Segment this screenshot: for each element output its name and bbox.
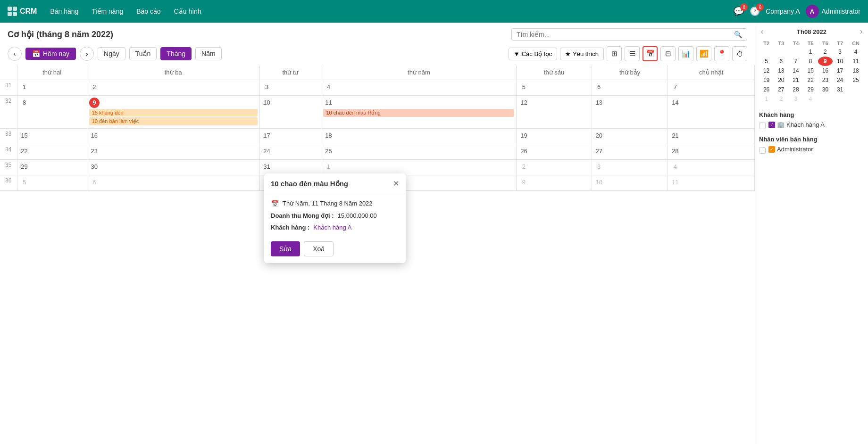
cal-day-aug2[interactable]: 2 <box>87 80 259 96</box>
cal-day-aug13[interactable]: 13 <box>592 96 668 129</box>
prev-button[interactable]: ‹ <box>8 47 22 61</box>
mini-cal-day[interactable]: 31 <box>833 85 847 94</box>
search-icon[interactable]: 🔍 <box>734 31 742 38</box>
cal-day-aug20[interactable]: 20 <box>592 129 668 144</box>
activities-icon[interactable]: 🕐 6 <box>750 6 760 16</box>
mini-cal-day[interactable]: 11 <box>847 57 864 66</box>
mini-cal-day[interactable]: 17 <box>833 66 847 75</box>
mini-cal-day[interactable]: 23 <box>818 75 833 85</box>
bar-chart-btn[interactable]: 📊 <box>678 46 693 61</box>
mini-cal-prev[interactable]: ‹ <box>761 27 763 36</box>
customer-link[interactable]: Khách hàng A <box>313 224 351 231</box>
cal-day-aug24[interactable]: 24 <box>259 144 321 160</box>
cal-day-aug7[interactable]: 7 <box>668 80 755 96</box>
cal-day-aug19[interactable]: 19 <box>517 129 592 144</box>
cal-day-aug17[interactable]: 17 <box>259 129 321 144</box>
cal-day-aug3[interactable]: 3 <box>259 80 321 96</box>
mini-cal-day[interactable]: 9 <box>818 57 833 66</box>
cal-day-aug31[interactable]: 31 <box>259 160 321 175</box>
favorite-button[interactable]: ★ Yêu thích <box>560 48 604 60</box>
cal-day-aug11[interactable]: 11 10 chao đèn màu Hồng <box>321 96 517 129</box>
cal-day-aug15[interactable]: 15 <box>17 129 87 144</box>
mini-cal-day[interactable]: 16 <box>818 66 833 75</box>
cal-day-sep4[interactable]: 4 <box>668 160 755 175</box>
event-den-ban[interactable]: 10 đèn bàn làm việc <box>89 117 258 125</box>
cal-day-aug22[interactable]: 22 <box>17 144 87 160</box>
sales-checkbox[interactable] <box>759 147 766 154</box>
mini-cal-day[interactable]: 27 <box>774 85 788 94</box>
mini-cal-day[interactable]: 3 <box>833 47 847 57</box>
list-view-btn[interactable]: ☰ <box>625 46 640 61</box>
mini-cal-day[interactable]: 21 <box>788 75 803 85</box>
next-button[interactable]: › <box>80 47 94 61</box>
cal-day-aug5[interactable]: 5 <box>517 80 592 96</box>
mini-cal-day[interactable]: 30 <box>818 85 833 94</box>
mini-cal-day[interactable]: 7 <box>788 57 803 66</box>
cal-day-sep1[interactable]: 1 <box>321 160 517 175</box>
mini-cal-day[interactable]: 8 <box>803 57 818 66</box>
event-khung-den[interactable]: 15 khung đèn <box>89 109 258 116</box>
menu-bao-cao[interactable]: Báo cáo <box>131 5 166 18</box>
view-ngay[interactable]: Ngày <box>98 47 125 60</box>
cal-day-aug8[interactable]: 8 <box>17 96 87 129</box>
mini-cal-day[interactable]: 10 <box>833 57 847 66</box>
khach-hang-a-checkbox[interactable] <box>768 122 775 128</box>
mini-cal-day[interactable]: 28 <box>788 85 803 94</box>
cal-day-aug25[interactable]: 25 <box>321 144 517 160</box>
mini-cal-day[interactable]: 5 <box>759 57 774 66</box>
cal-day-sep11[interactable]: 11 <box>668 175 755 191</box>
mini-cal-day[interactable]: 22 <box>803 75 818 85</box>
user-menu[interactable]: A Administrator <box>806 5 860 18</box>
cal-day-aug6[interactable]: 6 <box>592 80 668 96</box>
activity-btn[interactable]: ⏱ <box>732 46 747 61</box>
mini-cal-day[interactable]: 12 <box>759 66 774 75</box>
menu-ban-hang[interactable]: Bán hàng <box>44 5 84 18</box>
search-input[interactable] <box>517 31 734 38</box>
cal-day-sep9[interactable]: 9 <box>517 175 592 191</box>
mini-cal-day[interactable]: 13 <box>774 66 788 75</box>
mini-cal-day[interactable]: 2 <box>818 47 833 57</box>
mini-cal-day[interactable]: 19 <box>759 75 774 85</box>
mini-cal-day[interactable]: 18 <box>847 66 864 75</box>
mini-cal-day[interactable]: 14 <box>788 66 803 75</box>
edit-button[interactable]: Sửa <box>271 241 300 256</box>
customer-checkbox[interactable] <box>759 123 766 129</box>
cal-day-sep3[interactable]: 3 <box>592 160 668 175</box>
menu-cau-hinh[interactable]: Cấu hình <box>168 5 207 18</box>
mini-cal-day[interactable]: 26 <box>759 85 774 94</box>
cal-day-sep5[interactable]: 5 <box>17 175 87 191</box>
signal-btn[interactable]: 📶 <box>696 46 711 61</box>
cal-day-aug30[interactable]: 30 <box>87 160 259 175</box>
cal-day-aug23[interactable]: 23 <box>87 144 259 160</box>
cal-day-aug28[interactable]: 28 <box>668 144 755 160</box>
cal-day-aug18[interactable]: 18 <box>321 129 517 144</box>
cal-day-aug4[interactable]: 4 <box>321 80 517 96</box>
today-button[interactable]: 📅 Hôm nay <box>25 48 76 60</box>
cal-day-aug16[interactable]: 16 <box>87 129 259 144</box>
cal-day-aug9[interactable]: 9 15 khung đèn 10 đèn bàn làm việc <box>87 96 259 129</box>
mini-cal-day[interactable]: 29 <box>803 85 818 94</box>
mini-cal-day[interactable]: 1 <box>803 47 818 57</box>
messages-icon[interactable]: 💬 8 <box>734 6 744 16</box>
cal-day-sep10[interactable]: 10 <box>592 175 668 191</box>
mini-cal-next[interactable]: › <box>860 27 862 36</box>
mini-cal-day[interactable]: 15 <box>803 66 818 75</box>
grid-view-btn[interactable]: ⊟ <box>660 46 676 61</box>
cal-day-aug26[interactable]: 26 <box>517 144 592 160</box>
calendar-view-btn[interactable]: 📅 <box>643 46 658 61</box>
view-thang[interactable]: Tháng <box>160 47 192 60</box>
cal-day-sep2[interactable]: 2 <box>517 160 592 175</box>
event-chao-den-hong[interactable]: 10 chao đèn màu Hồng <box>323 109 514 117</box>
map-btn[interactable]: 📍 <box>714 46 729 61</box>
mini-cal-day[interactable]: 25 <box>847 75 864 85</box>
cal-day-aug1[interactable]: 1 <box>17 80 87 96</box>
kanban-view-btn[interactable]: ⊞ <box>607 46 622 61</box>
cal-day-aug27[interactable]: 27 <box>592 144 668 160</box>
delete-button[interactable]: Xoá <box>304 241 334 256</box>
popup-close-button[interactable]: ✕ <box>393 179 399 188</box>
mini-cal-day[interactable]: 24 <box>833 75 847 85</box>
cal-day-aug10[interactable]: 10 <box>259 96 321 129</box>
mini-cal-day[interactable]: 6 <box>774 57 788 66</box>
filter-button[interactable]: ▼ Các Bộ lọc <box>509 48 557 60</box>
cal-day-sep6[interactable]: 6 <box>87 175 259 191</box>
